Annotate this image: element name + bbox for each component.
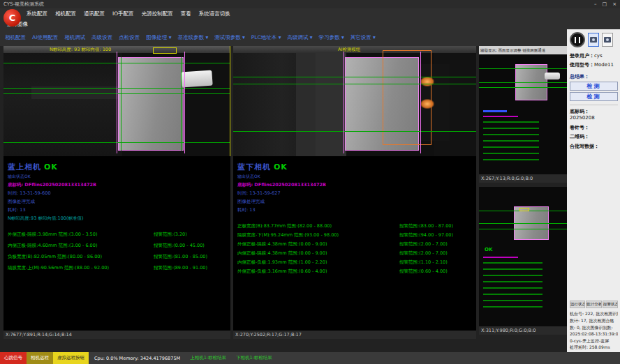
menu-item[interactable]: 相机配置 xyxy=(55,10,76,17)
cost-line: 耗时: 13 xyxy=(237,207,472,213)
content-area: 相机配置AI使用配置相机调试高级设置点检设置图像处理 ▾基准线参数 ▾测试项参数… xyxy=(0,29,620,352)
window-title: CYS-视觉检测系统 xyxy=(3,1,44,8)
connector-part xyxy=(545,73,560,79)
toolbar-item[interactable]: 相机配置 xyxy=(5,34,26,41)
green-guide-line xyxy=(479,82,567,83)
titlebar: CYS-视觉检测系统 – □ × xyxy=(0,0,620,8)
menu-item[interactable]: IO手配置 xyxy=(112,10,134,17)
toolbar-item[interactable]: 相机调试 xyxy=(64,34,85,41)
camera-name: 蓝下相机 xyxy=(237,162,271,172)
cost-line: 耗时: 13 xyxy=(8,207,226,213)
camera-icon xyxy=(604,37,611,43)
spacer xyxy=(570,151,618,301)
menu-item[interactable]: 查看 xyxy=(181,10,191,17)
menu-item[interactable]: 通讯配置 xyxy=(84,10,105,17)
maximize-icon[interactable]: □ xyxy=(603,0,607,8)
alarm-range: 报警范围:(94.00 - 97.00) xyxy=(399,232,472,238)
toolbar-item[interactable]: 点检设置 xyxy=(119,34,140,41)
measurement-value: 内侧正极-隔膜:4.38mm 范围:(0.00 - 9.00) xyxy=(237,250,399,257)
yellow-marker-box xyxy=(519,208,529,211)
app-logo: C xyxy=(3,9,21,26)
batch-field: 合批写数据： xyxy=(570,144,618,150)
measurement-value: 外侧正极-负极:3.16mm 范围:(0.60 - 4.00) xyxy=(237,268,399,275)
measurement-row: 外侧正极-隔膜:3.98mm 范围:(3.00 - 3.50) 报警范围:(3.… xyxy=(8,232,226,238)
stat-tab[interactable]: 运行状态 xyxy=(570,301,585,308)
mini-status-text xyxy=(483,110,507,112)
upper-camera-image[interactable]: N标印高度: 93 标印向值: 100 xyxy=(3,46,230,156)
pause-button[interactable] xyxy=(570,32,585,47)
toolbar-item[interactable]: 高级调试 ▾ xyxy=(287,34,312,41)
menu-item[interactable]: 光源控制配置 xyxy=(142,10,173,17)
aux-image-bottom[interactable]: OK xyxy=(479,187,567,326)
stat-tab[interactable]: 统计分析 xyxy=(586,301,601,308)
toolbar-item[interactable]: 学习参数 ▾ xyxy=(319,34,344,41)
measurement-value: 负极宽度(B):82.05mm 范围:(80.00 - 86.00) xyxy=(8,254,154,260)
aux-image-top[interactable] xyxy=(479,54,567,174)
toolbar-item[interactable]: 基准线参数 ▾ xyxy=(178,34,209,41)
toolbar-item[interactable]: AI使用配置 xyxy=(32,34,58,41)
green-guide-line xyxy=(479,68,567,69)
alarm-range: 报警范围:(1.10 - 2.10) xyxy=(399,259,472,266)
measurement-row: 内侧正极-负极:1.93mm 范围:(1.00 - 2.20) 报警范围:(1.… xyxy=(237,259,472,266)
toolbar-item[interactable]: 测试项参数 ▾ xyxy=(214,34,245,41)
measurement-row: 外侧正极-隔膜:4.38mm 范围:(0.00 - 9.00) 报警范围:(2.… xyxy=(237,241,472,248)
upper-results-panel: 蓝上相机OK 输出状态OK 底标码: DFflins20250208133134… xyxy=(3,156,230,331)
minimize-icon[interactable]: – xyxy=(594,0,597,8)
login-user-label: 登录用户： xyxy=(570,53,594,59)
barcode-value: 20250208 xyxy=(570,115,595,121)
menu-item[interactable]: 系统语言切换 xyxy=(199,10,230,17)
lower-camera-view: AI检测模组 蓝下相机OK 输出状态OK 底标码: DFflins2025020… xyxy=(233,46,476,339)
measurement-row: 隔膜宽度-下(M):95.24mm 范围:(93.00 - 98.00) 报警范… xyxy=(237,232,472,238)
divider xyxy=(570,105,618,105)
heartbeat-indicator[interactable]: 心跳信号 xyxy=(0,352,27,364)
toolbar-item[interactable]: 其它设置 ▾ xyxy=(350,34,376,41)
auxiliary-views-column: 辅助显示: 画面显示调整 链接两侧通道 X:267;Y:13 xyxy=(479,46,567,352)
mini-result-text xyxy=(483,262,542,311)
camera-result-title: 蓝下相机OK xyxy=(237,162,472,172)
measurement-list: 正极宽度(B):83.77mm 范围:(82.00 - 88.00) 报警范围:… xyxy=(237,223,472,275)
toolbar-item[interactable]: 图像处理 ▾ xyxy=(146,34,171,41)
lower-camera-button[interactable] xyxy=(602,33,613,47)
virtual-remote-button[interactable]: 虚拟远程按钮 xyxy=(53,352,89,364)
aux-view-top: X:267;Y:13;R:0;G:0;B:0 xyxy=(479,54,567,183)
alarm-range: 报警范围:(3.20) xyxy=(154,232,226,238)
model-label: 使用型号： xyxy=(570,62,594,68)
toolbar-item[interactable]: PLC地址本 ▾ xyxy=(251,34,281,41)
total-result-label: 总结果： xyxy=(570,73,618,80)
result-status-box: 检测 xyxy=(570,82,618,91)
stat-line: 数: 0, 批次图像识别数: xyxy=(570,324,618,331)
toolbar: 相机配置AI使用配置相机调试高级设置点检设置图像处理 ▾基准线参数 ▾测试项参数… xyxy=(0,29,567,46)
stat-tab[interactable]: 报警状态 xyxy=(603,301,618,308)
machine-body xyxy=(3,53,122,156)
inspected-part xyxy=(118,57,184,151)
lower-results-panel: 蓝下相机OK 输出状态OK 底标码: DFflins20250208133134… xyxy=(233,156,476,331)
barcode-field: 底标码： 20250208 xyxy=(570,109,618,122)
stat-line: 机台号: 222, 批次检测识别 xyxy=(570,310,618,317)
tab-row: 运行图像 xyxy=(0,20,620,29)
barcode-label: 底标码： xyxy=(570,109,589,114)
mini-barcode-text xyxy=(483,257,518,258)
mini-result-text xyxy=(483,121,539,163)
status-bar: 心跳信号 相机远程 虚拟远程按钮 Cpu: 0.0% Memory: 3424.… xyxy=(0,352,620,364)
measurement-row: 外侧正极-负极:3.16mm 范围:(0.60 - 4.00) 报警范围:(0.… xyxy=(237,268,472,275)
camera-views-row: N标印高度: 93 标印向值: 100 蓝上相机OK 输出状态OK 底标码: D… xyxy=(0,46,567,352)
measurement-value: 外侧正极-隔膜:3.98mm 范围:(3.00 - 3.50) xyxy=(8,232,154,238)
measurement-list: 外侧正极-隔膜:3.98mm 范围:(3.00 - 3.50) 报警范围:(3.… xyxy=(8,232,226,271)
menu-item[interactable]: 系统配置 xyxy=(27,10,47,17)
close-icon[interactable]: × xyxy=(612,0,617,8)
measurement-value: 正极宽度(B):83.77mm 范围:(82.00 - 88.00) xyxy=(237,223,399,229)
camera-remote-button[interactable]: 相机远程 xyxy=(27,352,53,364)
alarm-range: 报警范围:(0.60 - 4.00) xyxy=(399,268,472,275)
time-line: 时间: 13-31-59-627 xyxy=(237,190,472,197)
pause-icon xyxy=(575,37,580,43)
output-status: 输出状态OK xyxy=(237,174,472,180)
alarm-range: 报警范围:(0.00 - 45.00) xyxy=(154,243,226,249)
lower-camera-image[interactable]: AI检测模组 xyxy=(233,46,476,156)
upper-camera-button[interactable] xyxy=(588,33,599,47)
toolbar-item[interactable]: 高级设置 xyxy=(91,34,112,41)
green-guide-line xyxy=(233,131,476,132)
pink-edge-line xyxy=(344,52,344,153)
roll-label: 卷针号： xyxy=(570,125,589,130)
menu-bar: 系统配置相机配置通讯配置IO手配置光源控制配置查看系统语言切换 xyxy=(0,8,620,20)
ai-annotation: AI检测模组 xyxy=(338,47,360,53)
